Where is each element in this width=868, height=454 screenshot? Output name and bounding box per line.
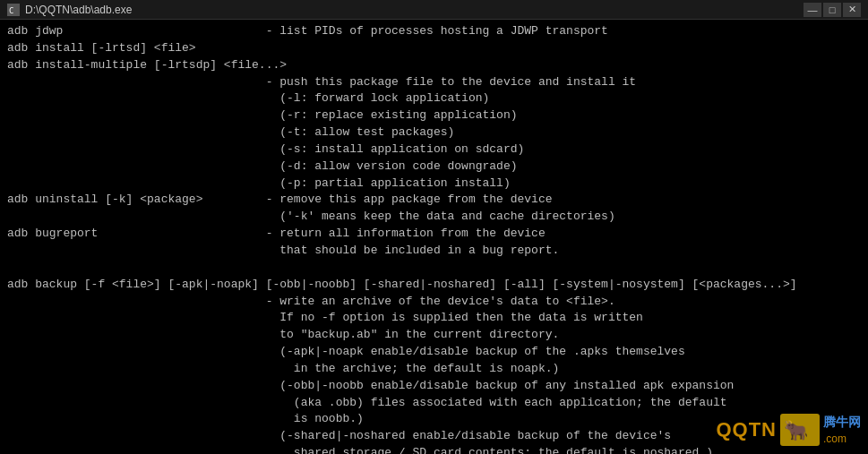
title-path: D:\QQTN\adb\adb.exe bbox=[25, 4, 132, 16]
terminal-body[interactable]: adb jdwp - list PIDs of processes hostin… bbox=[0, 20, 868, 454]
terminal-window: C D:\QQTN\adb\adb.exe — □ ✕ adb jdwp - l… bbox=[0, 0, 868, 454]
cmd-icon: C bbox=[7, 4, 20, 16]
maximize-button[interactable]: □ bbox=[823, 3, 841, 17]
watermark-qqtn-text: QQTN bbox=[716, 415, 777, 444]
svg-text:C: C bbox=[9, 6, 13, 15]
watermark-tencent: 腾牛网 .com bbox=[823, 413, 861, 447]
bull-icon: 🐂 bbox=[780, 414, 820, 446]
svg-text:🐂: 🐂 bbox=[784, 418, 809, 442]
minimize-button[interactable]: — bbox=[804, 3, 821, 17]
title-bar: C D:\QQTN\adb\adb.exe — □ ✕ bbox=[0, 0, 868, 20]
title-bar-left: C D:\QQTN\adb\adb.exe bbox=[7, 4, 132, 16]
watermark: QQTN 🐂 腾牛网 .com bbox=[716, 413, 861, 447]
window-controls: — □ ✕ bbox=[804, 3, 861, 17]
terminal-content: adb jdwp - list PIDs of processes hostin… bbox=[7, 23, 861, 454]
close-button[interactable]: ✕ bbox=[843, 3, 861, 17]
